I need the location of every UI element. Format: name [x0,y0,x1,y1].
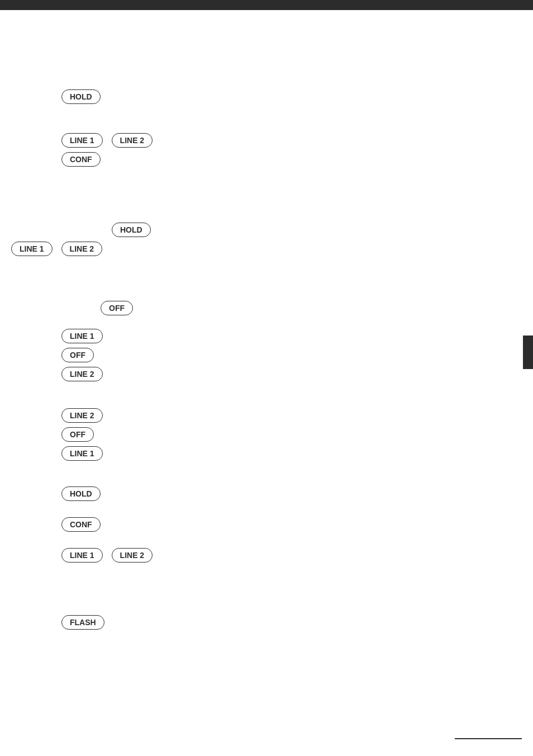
conf-button-2[interactable]: CONF [61,517,101,532]
off-button-3[interactable]: OFF [61,427,94,442]
line2-button-3[interactable]: LINE 2 [61,367,103,381]
line1-button-3[interactable]: LINE 1 [61,329,103,343]
section-off-1: OFF [101,301,133,315]
section-conf-2: CONF [61,517,101,532]
line2-button-5[interactable]: LINE 2 [112,548,153,563]
hold-button-2[interactable]: HOLD [112,223,151,237]
section-flash: FLASH [61,615,104,630]
right-sidebar [523,336,533,369]
line2-button-2[interactable]: LINE 2 [61,242,103,256]
section-line2-off-line1: LINE 2 OFF LINE 1 [61,408,103,465]
section-hold-2: HOLD [112,223,151,237]
hold-button-1[interactable]: HOLD [61,89,101,104]
line1-button-1[interactable]: LINE 1 [61,133,103,148]
line1-button-2[interactable]: LINE 1 [11,242,53,256]
line1-button-5[interactable]: LINE 1 [61,548,103,563]
conf-button-1[interactable]: CONF [61,152,101,167]
section-hold-3: HOLD [61,486,101,501]
off-button-2[interactable]: OFF [61,348,94,362]
section-lines-3: LINE 1 LINE 2 [61,548,153,567]
off-button-1[interactable]: OFF [101,301,133,315]
line2-button-4[interactable]: LINE 2 [61,408,103,423]
line2-button-1[interactable]: LINE 2 [112,133,153,148]
section-line1-line2-left: LINE 1 LINE 2 [11,242,102,261]
section-lines-conf: LINE 1 LINE 2 CONF [61,133,153,171]
bottom-line [455,738,522,739]
section-hold-1: HOLD [61,89,101,104]
flash-button[interactable]: FLASH [61,615,104,630]
hold-button-3[interactable]: HOLD [61,486,101,501]
line1-button-4[interactable]: LINE 1 [61,446,103,461]
section-line1-off-line2: LINE 1 OFF LINE 2 [61,329,103,386]
top-bar [0,0,533,10]
